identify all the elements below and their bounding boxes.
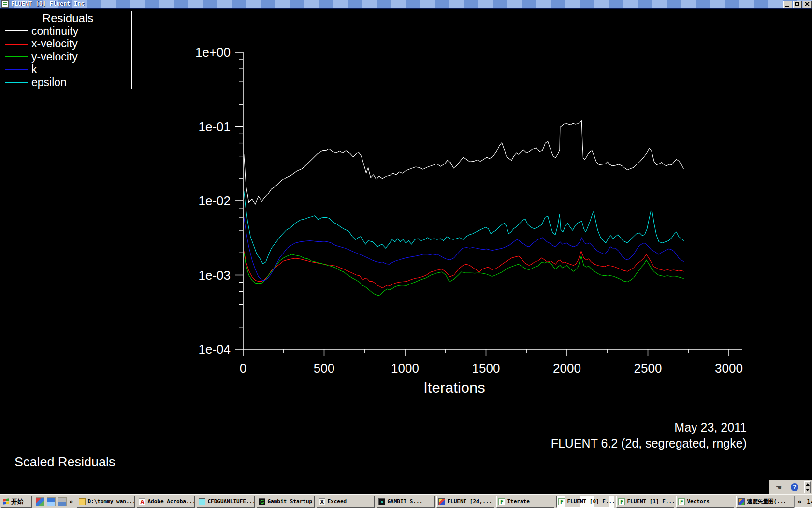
series-line-y-velocity [244, 253, 683, 296]
series-line-x-velocity [244, 251, 683, 288]
fluent-version-label: FLUENT 6.2 (2d, segregated, rngke) [551, 436, 747, 450]
legend-item-continuity: continuity [4, 25, 131, 38]
down-arrow-icon [806, 489, 810, 491]
legend-item-y-velocity: y-velocity [4, 50, 131, 63]
window-title: FLUENT [0] Fluent Inc [11, 0, 85, 8]
legend-title: Residuals [4, 12, 131, 25]
x-velocity-line-swatch [5, 44, 28, 45]
taskbar-button-vector-plot[interactable]: 速度矢量图(... [736, 496, 794, 508]
gambit-x-icon: ✕ [378, 498, 385, 505]
fluent-2d-icon [438, 498, 445, 505]
k-line-swatch [5, 69, 28, 70]
minimize-button[interactable] [783, 1, 792, 8]
spinner-control[interactable] [804, 481, 811, 493]
taskbar: 开始 » D:\tommy wan... AAdobe Acroba... CF… [0, 494, 812, 508]
document-icon [199, 498, 205, 505]
help-button[interactable]: ? [788, 481, 801, 493]
series-line-k [244, 217, 683, 281]
series-line-epsilon [244, 191, 683, 264]
overflow-chevron-icon[interactable]: » [69, 497, 73, 506]
system-tray: « 14:30 [794, 496, 812, 508]
legend-label: continuity [31, 26, 78, 37]
quick-launch-bar: » [36, 497, 75, 506]
y-tick-label: 1e-04 [199, 342, 231, 357]
taskbar-button-fluent-0[interactable]: FFLUENT [0] F... [556, 496, 614, 508]
y-tick-label: 1e-03 [199, 268, 231, 283]
clock[interactable]: 14:30 [807, 497, 812, 507]
close-button[interactable] [803, 1, 812, 8]
folder-icon [79, 498, 86, 505]
gambit-icon: G [259, 498, 265, 505]
taskbar-button-exceed[interactable]: XExceed [317, 496, 375, 508]
taskbar-button-iterate[interactable]: FIterate [496, 496, 554, 508]
windows-logo-icon [3, 498, 10, 505]
help-icon: ? [791, 483, 798, 491]
hand-icon: ☚ [776, 483, 782, 491]
y-tick-label: 1e-01 [199, 120, 231, 134]
x-tick-label: 1500 [472, 361, 500, 375]
taskbar-button-fluent-1[interactable]: FFLUENT [1] F... [616, 496, 674, 508]
x-tick-label: 2500 [634, 361, 662, 375]
fluent-rabbit-icon: F [558, 498, 565, 505]
restore-button[interactable] [793, 1, 802, 8]
axes [243, 52, 742, 349]
legend-label: k [31, 64, 37, 75]
series-line-continuity [244, 120, 683, 204]
quick-launch-icon-3[interactable] [58, 497, 67, 506]
window-titlebar: FLUENT [0] Fluent Inc [0, 0, 812, 9]
task-buttons: D:\tommy wan... AAdobe Acroba... CFDGUAN… [75, 496, 794, 508]
plot-title: Scaled Residuals [14, 455, 116, 470]
corner-toolbar: ☚ ? [769, 480, 812, 494]
legend-item-k: k [4, 63, 131, 76]
taskbar-button-acrobat[interactable]: AAdobe Acroba... [137, 496, 195, 508]
legend-item-epsilon: epsilon [4, 76, 131, 89]
taskbar-button-gambit-startup[interactable]: GGambit Startup [257, 496, 315, 508]
quick-launch-icon-1[interactable] [36, 497, 44, 506]
minimize-icon [785, 6, 789, 7]
x-tick-label: 1000 [391, 361, 419, 375]
taskbar-button-explorer[interactable]: D:\tommy wan... [77, 496, 135, 508]
tray-collapse-chevron[interactable]: « [798, 497, 801, 507]
y-tick-label: 1e-02 [199, 194, 231, 208]
y-velocity-line-swatch [5, 56, 28, 57]
epsilon-line-swatch [5, 82, 28, 83]
fluent-window-icon [1, 0, 9, 8]
exceed-icon: X [319, 498, 325, 505]
taskbar-button-vectors[interactable]: FVectors [676, 496, 734, 508]
x-axis-title: Iterations [423, 379, 485, 396]
hand-tool-button[interactable]: ☚ [772, 481, 785, 493]
x-tick-label: 2000 [553, 361, 581, 375]
start-button[interactable]: 开始 [1, 496, 32, 508]
taskbar-button-cfd-doc[interactable]: CFDGUANLIUFE... [197, 496, 255, 508]
up-arrow-icon [806, 483, 810, 486]
acrobat-icon: A [139, 498, 145, 505]
y-tick-label: 1e+00 [195, 45, 231, 60]
plot-legend: Residuals continuity x-velocity y-veloci… [4, 11, 132, 89]
continuity-line-swatch [5, 30, 28, 31]
legend-item-x-velocity: x-velocity [4, 38, 131, 51]
fluent-rabbit-icon: F [498, 498, 505, 505]
media-player-icon[interactable] [47, 497, 56, 506]
fluent-rabbit-icon: F [618, 498, 625, 505]
legend-label: y-velocity [31, 51, 78, 62]
vector-plot-icon [738, 498, 745, 505]
restore-icon [795, 2, 799, 6]
legend-label: x-velocity [31, 38, 78, 49]
taskbar-button-gambit[interactable]: ✕GAMBIT S... [377, 496, 435, 508]
x-tick-label: 500 [314, 361, 334, 375]
x-tick-label: 0 [240, 361, 246, 375]
x-tick-label: 3000 [715, 361, 743, 375]
start-label: 开始 [11, 497, 24, 507]
fluent-rabbit-icon: F [678, 498, 685, 505]
taskbar-button-fluent-2d[interactable]: FLUENT [2d,... [436, 496, 494, 508]
plot-date: May 23, 2011 [674, 420, 747, 434]
legend-label: epsilon [31, 77, 67, 88]
close-icon [804, 2, 810, 6]
